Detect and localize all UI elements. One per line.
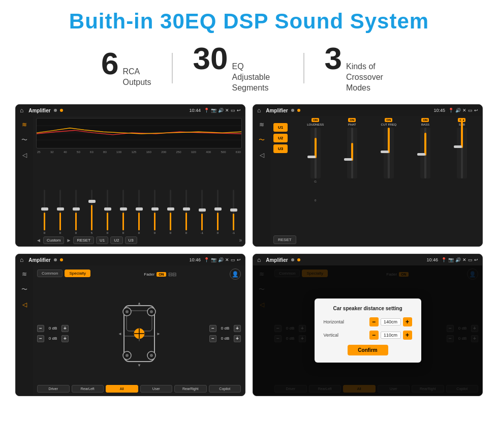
home-icon[interactable]: ⌂ bbox=[20, 107, 23, 114]
back-icon-2[interactable]: ↩ bbox=[474, 108, 478, 113]
crossover-dot1 bbox=[291, 109, 294, 112]
eq-screen-content: ≋ 〜 ◁ bbox=[16, 116, 245, 246]
btn-copilot[interactable]: Copilot bbox=[209, 385, 241, 393]
db-minus-tl[interactable]: − bbox=[37, 325, 44, 332]
x-icon-2: ✕ bbox=[462, 108, 466, 113]
bass-toggle[interactable]: ON bbox=[421, 118, 429, 122]
eq-slider-8[interactable]: 0 bbox=[147, 190, 162, 234]
cutfreq-toggle[interactable]: ON bbox=[385, 118, 392, 122]
speaker-icon[interactable]: ◁ bbox=[19, 151, 30, 160]
eq-u2[interactable]: U2 bbox=[110, 236, 122, 244]
vertical-minus[interactable]: − bbox=[369, 331, 379, 340]
eq-icon-2[interactable]: ≋ bbox=[256, 120, 267, 129]
back-icon[interactable]: ↩ bbox=[237, 108, 241, 113]
eq-preset-custom[interactable]: Custom bbox=[43, 236, 65, 244]
home-icon-4[interactable]: ⌂ bbox=[257, 256, 261, 263]
eq-next[interactable]: ► bbox=[66, 237, 71, 243]
home-icon-3[interactable]: ⌂ bbox=[20, 256, 23, 263]
db-plus-tr[interactable]: + bbox=[234, 325, 241, 332]
db-plus-bl[interactable]: + bbox=[61, 335, 69, 342]
wave-icon-3[interactable]: 〜 bbox=[19, 285, 30, 294]
db-minus-bl[interactable]: − bbox=[37, 335, 44, 342]
eq-slider-7[interactable]: 0 bbox=[132, 190, 146, 234]
db-val-bl: 0 dB bbox=[46, 336, 60, 341]
eq-main-area: 2532405063 80100125160200 25032040050063… bbox=[33, 116, 245, 246]
confirm-button[interactable]: Confirm bbox=[348, 345, 388, 355]
tab-common[interactable]: Common bbox=[37, 270, 63, 277]
eq-prev[interactable]: ◄ bbox=[36, 237, 41, 243]
crossover-screen: ⌂ Amplifier 10:45 📍 🔊 ✕ ▭ ↩ ≋ 〜 ◁ bbox=[253, 104, 483, 247]
eq-slider-10[interactable]: 0 bbox=[179, 190, 194, 234]
phat-toggle[interactable]: ON bbox=[348, 118, 356, 122]
db-minus-br[interactable]: − bbox=[209, 335, 216, 342]
eq-screen: ⌂ Amplifier 10:44 📍 📷 🔊 ✕ ▭ ↩ ≋ 〜 bbox=[15, 104, 245, 247]
home-icon-2[interactable]: ⌂ bbox=[257, 107, 261, 114]
speaker-icon-3[interactable]: ◁ bbox=[19, 300, 30, 309]
back-icon-4[interactable]: ↩ bbox=[474, 257, 478, 262]
btn-rearright[interactable]: RearRight bbox=[174, 385, 207, 393]
vertical-row: Vertical − 110cm + bbox=[324, 331, 412, 340]
fader-sidebar: ≋ 〜 ◁ bbox=[16, 265, 33, 396]
crossover-dot2 bbox=[297, 109, 300, 112]
tab-specialty[interactable]: Specialty bbox=[65, 270, 90, 277]
fader-on-toggle[interactable]: ON bbox=[157, 272, 166, 277]
crossover-sidebar: ≋ 〜 ◁ bbox=[253, 116, 270, 246]
horizontal-minus[interactable]: − bbox=[369, 317, 379, 326]
back-icon-3[interactable]: ↩ bbox=[237, 257, 241, 262]
eq-u1[interactable]: U1 bbox=[96, 236, 108, 244]
eq-slider-1[interactable]: 0 bbox=[37, 190, 52, 234]
eq-reset[interactable]: RESET bbox=[73, 236, 94, 244]
btn-user[interactable]: User bbox=[140, 385, 173, 393]
volume-icon-2: 🔊 bbox=[455, 108, 461, 113]
btn-rearleft[interactable]: RearLeft bbox=[72, 385, 104, 393]
fader-right-controls: − 0 dB + − 0 dB + bbox=[209, 325, 241, 342]
loudness-toggle[interactable]: ON bbox=[312, 118, 319, 122]
stat-rca-label: RCAOutputs bbox=[123, 67, 151, 88]
dialog-dot1 bbox=[291, 258, 294, 261]
eq-slider-5[interactable]: 0 bbox=[100, 190, 115, 234]
crossover-main-area: U1 U2 U3 RESET ON LOUDNESS bbox=[270, 116, 482, 246]
eq-slider-3[interactable]: 0 bbox=[69, 190, 83, 234]
eq-icon[interactable]: ≋ bbox=[19, 120, 30, 129]
vertical-value: 110cm bbox=[381, 332, 401, 339]
eq-forward-icon[interactable]: » bbox=[239, 237, 242, 243]
fader-person-icon[interactable]: 👤 bbox=[230, 268, 241, 280]
battery-icon-2: ▭ bbox=[468, 108, 473, 113]
eq-u3[interactable]: U3 bbox=[125, 236, 137, 244]
stat-rca-number: 6 bbox=[101, 48, 118, 79]
eq-slider-6[interactable]: 0 bbox=[116, 190, 131, 234]
horizontal-control: − 140cm + bbox=[369, 317, 412, 326]
preset-u1[interactable]: U1 bbox=[273, 123, 288, 132]
btn-driver[interactable]: Driver bbox=[37, 385, 70, 393]
eq-slider-11[interactable]: -1 bbox=[195, 190, 209, 234]
eq-slider-9[interactable]: 0 bbox=[163, 190, 178, 234]
bass-label: BASS bbox=[414, 123, 437, 126]
distance-dialog: Car speaker distance setting Horizontal … bbox=[315, 298, 421, 363]
eq-time: 10:44 bbox=[189, 108, 201, 113]
fader-time: 10:46 bbox=[189, 257, 201, 262]
db-plus-tl[interactable]: + bbox=[61, 325, 69, 332]
db-plus-br[interactable]: + bbox=[234, 335, 241, 342]
eq-slider-12[interactable]: 0 bbox=[210, 190, 225, 234]
speaker-icon-2[interactable]: ◁ bbox=[256, 151, 267, 160]
fader-label: Fader bbox=[144, 272, 154, 277]
eq-slider-13[interactable]: -1 bbox=[226, 190, 241, 234]
wave-icon[interactable]: 〜 bbox=[19, 135, 30, 144]
dialog-time: 10:46 bbox=[426, 257, 438, 262]
preset-u3[interactable]: U3 bbox=[273, 144, 288, 153]
btn-all[interactable]: All bbox=[106, 385, 138, 393]
eq-icon-3[interactable]: ≋ bbox=[19, 270, 30, 279]
preset-u2[interactable]: U2 bbox=[273, 134, 288, 142]
car-diagram-svg: ▲ ▼ ◄ ► bbox=[109, 301, 170, 367]
eq-status-bar: ⌂ Amplifier 10:44 📍 📷 🔊 ✕ ▭ ↩ bbox=[16, 105, 245, 116]
vertical-plus[interactable]: + bbox=[403, 331, 412, 340]
car-diagram-area: ▲ ▼ ◄ ► bbox=[73, 301, 205, 367]
fader-dot1 bbox=[54, 258, 57, 261]
eq-slider-2[interactable]: 0 bbox=[53, 190, 68, 234]
eq-slider-4[interactable]: 5 bbox=[84, 190, 99, 234]
wave-icon-2[interactable]: 〜 bbox=[256, 135, 267, 144]
horizontal-plus[interactable]: + bbox=[403, 317, 412, 326]
crossover-reset[interactable]: RESET bbox=[273, 235, 296, 244]
db-minus-tr[interactable]: − bbox=[209, 325, 216, 332]
fader-screen-content: ≋ 〜 ◁ Common Specialty Fader ON ⊟⊟ bbox=[16, 265, 245, 396]
